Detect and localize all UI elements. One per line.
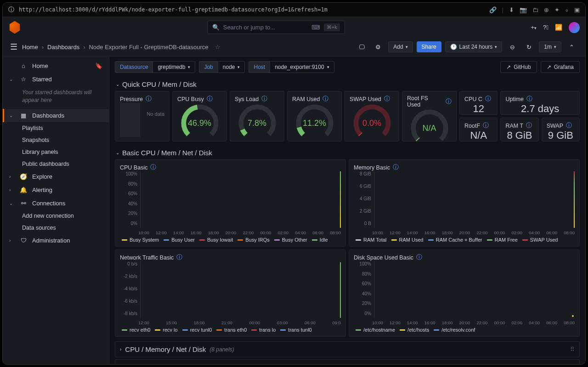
- refresh-icon[interactable]: ↻: [522, 40, 535, 53]
- settings-icon[interactable]: ✦: [554, 6, 560, 13]
- grafana-logo-icon[interactable]: [8, 21, 21, 34]
- sidebar-item-administration[interactable]: ›🛡 Administration: [3, 234, 109, 247]
- sidebar-item-playlists[interactable]: Playlists: [3, 122, 109, 134]
- legend-item[interactable]: Busy Other: [274, 237, 307, 243]
- info-icon[interactable]: ⓘ: [526, 122, 532, 130]
- panel-cpu-cores[interactable]: CPU Cⓘ 12: [459, 91, 498, 115]
- info-icon[interactable]: ⓘ: [446, 98, 452, 106]
- sidebar-item-add-connection[interactable]: Add new connection: [3, 210, 109, 222]
- panel-ram-total[interactable]: RAM Tⓘ 8 GiB: [500, 118, 538, 141]
- tv-mode-icon[interactable]: 🖵: [355, 40, 368, 53]
- panel-sys-load[interactable]: Sys Loadⓘ 7.8%: [230, 91, 284, 141]
- link-github[interactable]: ↗GitHub: [500, 61, 537, 73]
- panel-pressure[interactable]: Pressureⓘ No data: [115, 91, 170, 141]
- sidebar-item-dashboards[interactable]: ⌄▦ Dashboards: [3, 109, 109, 122]
- zoom-out-icon[interactable]: ⊖: [506, 40, 519, 53]
- drag-handle-icon[interactable]: ⠿: [570, 364, 575, 365]
- panel-cpu-basic[interactable]: CPU Basicⓘ 100%80%60%40%20%0% 10:0012:00…: [115, 159, 346, 247]
- var-host[interactable]: node_exporter:9100▾: [270, 61, 334, 73]
- row-cpu-mem-net-disk[interactable]: › CPU / Memory / Net / Disk (8 panels) ⠿: [115, 341, 580, 357]
- globe-icon[interactable]: ⊕: [544, 6, 549, 13]
- panel-swap-total[interactable]: SWAPⓘ 9 GiB: [542, 118, 580, 141]
- info-icon[interactable]: ⓘ: [483, 122, 489, 130]
- camera-icon[interactable]: 📷: [520, 6, 527, 13]
- legend-item[interactable]: trans eth0: [216, 327, 247, 333]
- legend-item[interactable]: recv eth0: [122, 327, 150, 333]
- global-search[interactable]: 🔍 Search or jump to... ⌨ ⌘+k: [207, 21, 345, 34]
- sidebar-item-library[interactable]: Library panels: [3, 146, 109, 158]
- legend-item[interactable]: RAM Cache + Buffer: [428, 237, 482, 243]
- menu-toggle-icon[interactable]: ☰: [10, 42, 17, 52]
- sidebar-item-public[interactable]: Public dashboards: [3, 158, 109, 170]
- row-basic[interactable]: ⌄Basic CPU / Mem / Net / Disk: [115, 146, 580, 159]
- panel-root-fs[interactable]: Root FS Usedⓘ N/A: [402, 91, 457, 141]
- sidebar-item-alerting[interactable]: ›🔔 Alerting: [3, 183, 109, 197]
- extension-icon[interactable]: ⬨: [565, 6, 569, 13]
- help-icon[interactable]: ?⃝: [543, 24, 548, 31]
- info-icon[interactable]: ⓘ: [146, 95, 152, 103]
- legend-item[interactable]: Busy Iowait: [199, 237, 233, 243]
- panel-swap-used[interactable]: SWAP Usedⓘ 0.0%: [345, 91, 399, 141]
- legend-item[interactable]: /etc/resolv.conf: [434, 327, 475, 333]
- legend-item[interactable]: RAM Used: [391, 237, 424, 243]
- star-icon[interactable]: ☆: [215, 44, 220, 51]
- legend-item[interactable]: trans tunl0: [280, 327, 311, 333]
- info-icon[interactable]: ⓘ: [526, 95, 532, 103]
- drag-handle-icon[interactable]: ⠿: [570, 346, 575, 353]
- sidebar-item-home[interactable]: ⌂ Home 🔖: [3, 59, 109, 73]
- row-quick[interactable]: ⌄Quick CPU / Mem / Disk: [115, 78, 580, 91]
- info-icon[interactable]: ⓘ: [485, 95, 491, 103]
- sidebar-item-snapshots[interactable]: Snapshots: [3, 134, 109, 146]
- share-button[interactable]: Share: [417, 41, 441, 52]
- legend-item[interactable]: RAM Free: [487, 237, 518, 243]
- var-datasource[interactable]: greptimedb▾: [153, 61, 195, 73]
- sidebar-item-starred[interactable]: ⌄☆ Starred: [3, 73, 109, 86]
- user-avatar[interactable]: [569, 22, 580, 33]
- sidebar-item-explore[interactable]: ›🧭 Explore: [3, 170, 109, 183]
- add-icon[interactable]: +▾: [531, 24, 537, 31]
- legend-item[interactable]: Busy IRQs: [237, 237, 270, 243]
- link-icon[interactable]: 🔗: [489, 6, 497, 13]
- info-icon[interactable]: ⓘ: [566, 122, 572, 130]
- breadcrumb-dashboards[interactable]: Dashboards: [47, 44, 79, 51]
- panel-icon[interactable]: ▣: [574, 6, 580, 13]
- folder-icon[interactable]: 🗀: [532, 6, 538, 13]
- info-icon[interactable]: ⓘ: [150, 164, 156, 171]
- info-icon[interactable]: ⓘ: [384, 95, 390, 103]
- panel-ram-used[interactable]: RAM Usedⓘ 11.2%: [287, 91, 342, 141]
- breadcrumb-home[interactable]: Home: [22, 44, 38, 51]
- info-icon[interactable]: ⓘ: [8, 6, 14, 14]
- info-icon[interactable]: ⓘ: [176, 254, 182, 261]
- row-memory-meminfo[interactable]: › Memory Meminfo (15 panels) ⠿: [115, 359, 580, 365]
- news-icon[interactable]: 📶: [555, 24, 562, 31]
- add-button[interactable]: Add▾: [388, 41, 413, 52]
- collapse-icon[interactable]: ⌃: [565, 40, 578, 53]
- legend-item[interactable]: recv lo: [155, 327, 177, 333]
- panel-cpu-busy[interactable]: CPU Busyⓘ 46.9%: [172, 91, 227, 141]
- settings-icon[interactable]: ⚙: [372, 40, 384, 53]
- url-text[interactable]: http://localhost:3000/d/rYdddlPWk/node-e…: [19, 6, 485, 13]
- download-icon[interactable]: ⬇: [509, 6, 514, 13]
- legend-item[interactable]: /etc/hosts: [400, 327, 429, 333]
- legend-item[interactable]: recv tunl0: [182, 327, 212, 333]
- sidebar-item-connections[interactable]: ⌄⚯ Connections: [3, 197, 109, 210]
- legend-item[interactable]: SWAP Used: [522, 237, 558, 243]
- refresh-interval[interactable]: 1m▾: [539, 41, 561, 52]
- sidebar-item-data-sources[interactable]: Data sources: [3, 222, 109, 234]
- legend-item[interactable]: /etc/hostname: [356, 327, 395, 333]
- link-grafana[interactable]: ↗Grafana: [541, 61, 580, 73]
- time-picker[interactable]: 🕐Last 24 hours▾: [445, 41, 503, 52]
- panel-rootfs-total[interactable]: RootFⓘ N/A: [459, 118, 498, 141]
- panel-disk-basic[interactable]: Disk Space Used Basicⓘ 100%80%60%40%20%0…: [349, 249, 580, 337]
- bookmark-icon[interactable]: 🔖: [95, 62, 102, 69]
- legend-item[interactable]: Busy System: [122, 237, 159, 243]
- info-icon[interactable]: ⓘ: [322, 95, 328, 103]
- legend-item[interactable]: Busy User: [164, 237, 195, 243]
- legend-item[interactable]: trans lo: [251, 327, 276, 333]
- panel-memory-basic[interactable]: Memory Basicⓘ 8 GiB6 GiB4 GiB2 GiB0 B 10…: [349, 159, 580, 247]
- info-icon[interactable]: ⓘ: [393, 164, 399, 171]
- legend-item[interactable]: RAM Total: [356, 237, 387, 243]
- var-job[interactable]: node▾: [218, 61, 245, 73]
- legend-item[interactable]: Idle: [312, 237, 328, 243]
- info-icon[interactable]: ⓘ: [416, 254, 422, 261]
